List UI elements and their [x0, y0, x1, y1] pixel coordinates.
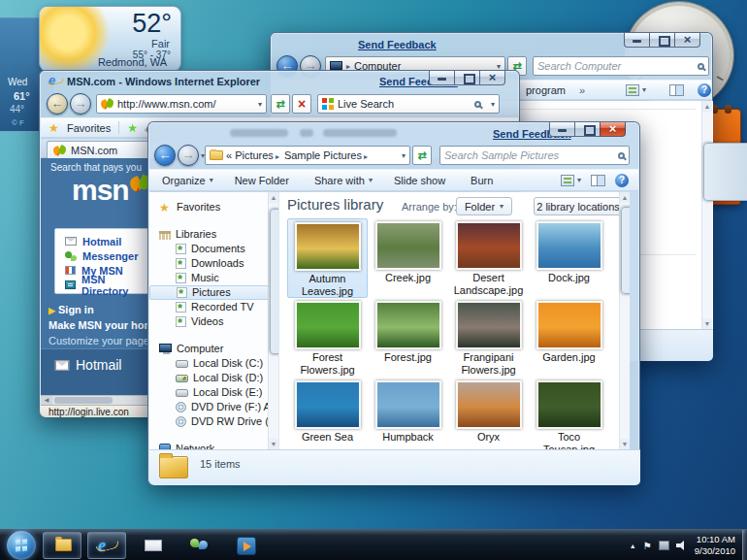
msn-sign-in-link[interactable]: ▶ Sign in	[49, 304, 94, 315]
help-button[interactable]: ?	[698, 83, 711, 97]
close-button[interactable]	[600, 122, 626, 137]
msn-make-home-link[interactable]: Make MSN your hom	[49, 319, 153, 331]
msn-link[interactable]: Messenger	[55, 248, 148, 263]
scrollbar-thumb[interactable]	[703, 143, 747, 201]
scrollbar-thumb[interactable]	[270, 209, 278, 354]
scroll-down-arrow[interactable]: ▼	[620, 439, 630, 449]
explorer-address-bar[interactable]: « Pictures Sample Pictures ▾	[205, 146, 410, 165]
maximize-button[interactable]	[454, 71, 480, 85]
ie-tab-msn[interactable]: MSN.com	[47, 141, 161, 158]
explorer-window[interactable]: Send Feedback ← → ▾ « Pictures Sample Pi…	[147, 121, 640, 485]
arrange-by-dropdown[interactable]: Folder▾	[456, 197, 512, 215]
toolbar-overflow-chevron[interactable]: »	[579, 84, 585, 96]
chevron-down-icon[interactable]: ▾	[402, 151, 406, 160]
file-item[interactable]: Frangipani Flowers.jpg	[448, 298, 529, 378]
taskbar-ie-button[interactable]: e	[87, 532, 126, 559]
scroll-down-arrow[interactable]: ▼	[269, 439, 278, 449]
file-item[interactable]: Garden.jpg	[529, 298, 609, 378]
file-item[interactable]: Oryx	[448, 378, 529, 449]
msn-customize-link[interactable]: Customize your page	[49, 335, 149, 346]
nav-item[interactable]: Local Disk (C:)	[149, 356, 278, 371]
file-item[interactable]: Dock.jpg	[529, 218, 609, 298]
file-item[interactable]: Toco Toucan.jpg	[529, 378, 609, 449]
toolbar-fragment-label[interactable]: program	[526, 84, 566, 96]
toolbar-button[interactable]: Organize▾	[153, 172, 222, 189]
maximize-button[interactable]	[649, 33, 675, 48]
views-button[interactable]: ▾	[561, 175, 581, 186]
views-button[interactable]: ▾	[626, 84, 646, 96]
taskbar-media-player-button[interactable]	[227, 532, 266, 559]
breadcrumb-segment[interactable]: Pictures	[235, 149, 281, 161]
breadcrumb-segment[interactable]: Sample Pictures	[284, 149, 370, 161]
file-item[interactable]: Green Sea	[287, 378, 368, 449]
nav-item[interactable]: Libraries	[149, 227, 278, 242]
scroll-up-arrow[interactable]: ▲	[269, 192, 278, 203]
navpane-scrollbar[interactable]: ▲ ▼	[268, 192, 278, 449]
ie-refresh-button[interactable]	[271, 94, 290, 114]
msn-link[interactable]: Hotmail	[55, 234, 148, 248]
minimize-button[interactable]	[429, 71, 455, 85]
start-button[interactable]	[7, 531, 36, 560]
scrollbar-thumb[interactable]	[54, 397, 113, 404]
nav-item[interactable]: Network	[149, 442, 278, 449]
forward-button[interactable]: →	[178, 145, 199, 166]
close-button[interactable]	[479, 71, 505, 85]
ie-address-bar[interactable]: http://www.msn.com/ ▾	[96, 94, 267, 114]
file-item[interactable]: Forest Flowers.jpg	[287, 298, 368, 378]
taskbar-messenger-button[interactable]	[180, 532, 219, 559]
close-button[interactable]	[674, 33, 700, 48]
taskbar-explorer-button[interactable]	[43, 532, 81, 559]
nav-item[interactable]: Music	[149, 271, 278, 285]
scroll-down-arrow[interactable]: ▼	[702, 318, 712, 329]
taskbar-clock[interactable]: 10:10 AM 9/30/2010	[695, 534, 735, 557]
nav-item[interactable]: Local Disk (E:)	[149, 385, 278, 400]
taskbar-mail-button[interactable]	[134, 532, 173, 559]
chevron-down-icon[interactable]: ▾	[491, 100, 495, 109]
nav-item[interactable]: DVD Drive (F:) Audio	[149, 400, 278, 414]
breadcrumb-prefix[interactable]: «	[226, 149, 232, 161]
nav-item[interactable]: Pictures	[149, 285, 278, 300]
nav-item[interactable]: Videos	[149, 314, 278, 329]
scroll-left-arrow[interactable]: ◀	[41, 396, 52, 405]
file-item[interactable]: Creek.jpg	[368, 218, 448, 298]
favorites-label[interactable]: Favorites	[67, 122, 111, 134]
scroll-up-arrow[interactable]: ▲	[702, 101, 712, 112]
msn-hotmail-button[interactable]: Hotmail	[56, 357, 121, 373]
toolbar-button[interactable]: Slide show	[385, 172, 458, 189]
nav-item[interactable]: Recorded TV	[149, 300, 278, 314]
toolbar-button[interactable]: Share with▾	[306, 172, 381, 189]
file-item[interactable]: Forest.jpg	[368, 298, 448, 378]
back-button[interactable]: ←	[154, 145, 176, 166]
maximize-button[interactable]	[574, 122, 601, 137]
ie-search-box[interactable]: Live Search ▾	[317, 94, 500, 114]
network-icon[interactable]	[659, 541, 669, 550]
weather-gadget[interactable]: 52° Fair 55° - 37° Redmond, WA	[39, 6, 181, 72]
nav-item[interactable]: Documents	[149, 242, 278, 256]
add-favorite-icon[interactable]	[127, 122, 140, 134]
preview-pane-button[interactable]	[591, 175, 605, 186]
file-item[interactable]: Desert Landscape.jpg	[448, 218, 529, 298]
nav-item[interactable]: Favorites	[149, 200, 278, 214]
msn-link[interactable]: MSN Directory	[55, 278, 148, 292]
computer-scrollbar[interactable]: ▲ ▼	[701, 101, 712, 329]
nav-item[interactable]: Computer	[149, 342, 278, 356]
toolbar-button[interactable]: New Folder	[226, 172, 302, 189]
chevron-down-icon[interactable]: ▾	[258, 100, 262, 109]
ie-stop-button[interactable]	[292, 94, 311, 114]
content-scrollbar[interactable]: ▲ ▼	[619, 192, 630, 449]
back-button[interactable]: ←	[47, 93, 68, 115]
file-item[interactable]: Autumn Leaves.jpg	[287, 218, 368, 298]
computer-titlebar[interactable]: Send Feedback	[271, 33, 712, 54]
volume-icon[interactable]	[676, 541, 688, 550]
minimize-button[interactable]	[549, 122, 575, 137]
nav-item[interactable]: Local Disk (D:)	[149, 371, 278, 385]
scroll-up-arrow[interactable]: ▲	[620, 192, 630, 203]
help-button[interactable]: ?	[615, 174, 629, 187]
nav-item[interactable]: DVD RW Drive (G:) A	[149, 414, 278, 429]
ie-address-url[interactable]: http://www.msn.com/	[117, 98, 254, 110]
forward-button[interactable]: →	[70, 93, 91, 115]
refresh-button[interactable]	[412, 146, 432, 165]
explorer-search-box[interactable]: Search Sample Pictures	[439, 146, 630, 165]
library-locations-button[interactable]: 2 library locations	[534, 197, 623, 215]
ie-titlebar[interactable]: MSN.com - Windows Internet Explorer Send…	[40, 71, 519, 92]
